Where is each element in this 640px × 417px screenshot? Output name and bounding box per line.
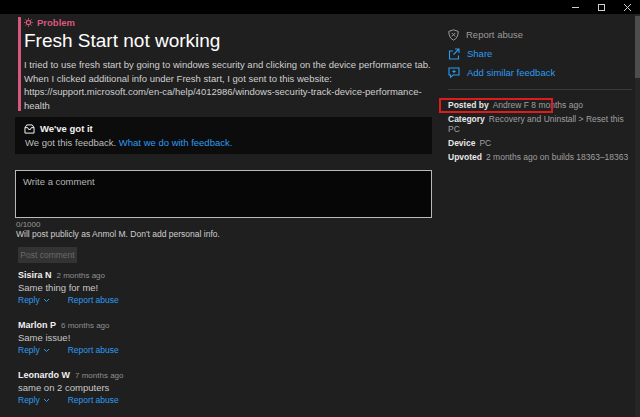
inbox-icon [24, 124, 35, 134]
feedback-bubble-icon [448, 67, 460, 78]
upvoted-value: 2 months ago on builds 18363–18363 [486, 152, 628, 162]
posted-by-label: Posted by [448, 100, 489, 110]
share-action[interactable]: Share [448, 47, 633, 60]
titlebar [0, 0, 640, 14]
problem-icon [24, 18, 33, 27]
comment-author: Leonardo W [18, 370, 70, 380]
comment-author: Marlon P [18, 320, 56, 330]
share-label: Share [467, 48, 492, 59]
reply-link[interactable]: Reply [18, 394, 50, 407]
minimize-icon [572, 4, 579, 11]
side-divider [448, 89, 632, 90]
comments-list: Sisira N2 months ago Same thing for me! … [18, 269, 418, 417]
comment-text: Same issue! [18, 332, 418, 344]
problem-type-row: Problem [24, 17, 75, 28]
comment-item: Marlon P6 months ago Same issue! Reply R… [18, 319, 418, 357]
comment-time: 6 months ago [61, 321, 109, 330]
close-button[interactable] [614, 0, 640, 14]
device-value: PC [479, 138, 491, 148]
device-label: Device [448, 138, 475, 148]
report-abuse-link[interactable]: Report abuse [68, 394, 119, 407]
report-abuse-action[interactable]: Report abuse [448, 28, 633, 41]
shield-x-icon [448, 29, 459, 41]
chevron-down-icon [43, 398, 50, 403]
comment-author: Sisira N [18, 270, 52, 280]
status-box-title: We've got it [40, 123, 93, 134]
status-box-message: We got this feedback. What we do with fe… [25, 137, 423, 148]
report-abuse-link[interactable]: Report abuse [68, 294, 119, 307]
chevron-down-icon [43, 348, 50, 353]
post-comment-button[interactable]: Post comment [18, 247, 77, 263]
status-box: We've got it We got this feedback. What … [15, 117, 432, 154]
char-count: 0/1000 [16, 220, 40, 229]
reply-label: Reply [18, 394, 40, 407]
reply-link[interactable]: Reply [18, 344, 50, 357]
add-similar-feedback-action[interactable]: Add similar feedback [448, 66, 633, 79]
page-title: Fresh Start not working [24, 30, 220, 52]
reply-label: Reply [18, 344, 40, 357]
comment-item: Leonardo W7 months ago same on 2 compute… [18, 369, 418, 407]
upvoted-label: Upvoted [448, 152, 482, 162]
share-icon [448, 48, 460, 60]
problem-description-p1: I tried to use fresh start by going to w… [24, 58, 431, 112]
upvoted-row: Upvoted2 months ago on builds 18363–1836… [448, 152, 633, 162]
status-box-text: We got this feedback. [25, 137, 119, 148]
category-row: CategoryRecovery and Uninstall > Reset t… [448, 114, 633, 134]
maximize-icon [598, 4, 605, 11]
feedback-hub-window: Problem Fresh Start not working I tried … [0, 0, 640, 417]
scrollbar-thumb[interactable] [635, 16, 640, 78]
comment-input[interactable] [15, 170, 432, 218]
minimize-button[interactable] [562, 0, 588, 14]
posted-by-row: Posted byAndrew F 8 months ago [448, 100, 633, 110]
reply-link[interactable]: Reply [18, 294, 50, 307]
add-similar-feedback-label: Add similar feedback [467, 67, 555, 78]
report-abuse-link[interactable]: Report abuse [68, 344, 119, 357]
comment-item: Sisira N2 months ago Same thing for me! … [18, 269, 418, 307]
reply-label: Reply [18, 294, 40, 307]
vertical-scrollbar[interactable] [635, 14, 640, 417]
problem-type-label: Problem [37, 17, 75, 28]
comment-time: 7 months ago [75, 371, 123, 380]
comment-text: Same thing for me! [18, 282, 418, 294]
post-disclaimer: Will post publicly as Anmol M. Don't add… [16, 229, 220, 239]
comment-text: same on 2 computers [18, 382, 418, 394]
problem-accent-bar [18, 17, 21, 111]
close-icon [624, 4, 631, 11]
chevron-down-icon [43, 298, 50, 303]
comment-time: 2 months ago [57, 271, 105, 280]
category-label: Category [448, 114, 485, 124]
what-we-do-link[interactable]: What we do with feedback. [119, 137, 233, 148]
maximize-button[interactable] [588, 0, 614, 14]
report-abuse-label: Report abuse [466, 29, 523, 40]
feedback-details: Posted byAndrew F 8 months ago CategoryR… [448, 100, 633, 166]
posted-by-value: Andrew F 8 months ago [493, 100, 583, 110]
side-actions: Report abuse Share Add similar feedback [448, 28, 633, 85]
status-box-header: We've got it [24, 123, 423, 134]
device-row: DevicePC [448, 138, 633, 148]
